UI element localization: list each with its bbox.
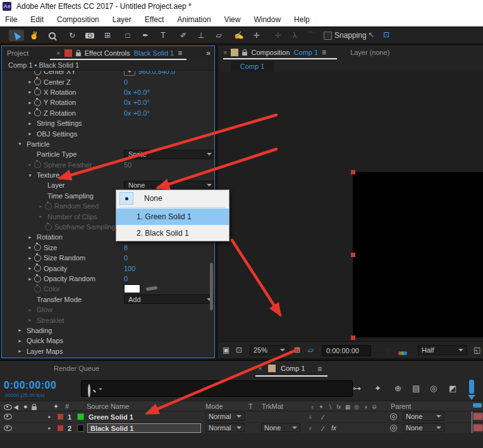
trkmat-column-label[interactable]: TrkMat [262, 403, 283, 410]
eyedropper-icon[interactable] [146, 286, 158, 291]
effect-panel-scrollbar[interactable] [210, 263, 213, 310]
property-value[interactable]: 0 [124, 275, 128, 282]
effect-row-color[interactable]: Color [2, 284, 214, 294]
timeline-timecode[interactable]: 0:00:00:00 [4, 380, 56, 391]
effect-row-particle[interactable]: ▼Particle [2, 139, 214, 149]
effects-switch-icon[interactable]: fx [331, 423, 336, 433]
popup-item-2-black-solid-1[interactable]: 2. Black Solid 1 [116, 225, 229, 241]
stopwatch-icon[interactable] [34, 161, 41, 168]
stopwatch-icon[interactable] [34, 255, 41, 262]
magnification-dropdown[interactable]: 25% [250, 345, 289, 355]
layer-duration-bar[interactable] [473, 424, 483, 432]
vertical-scrollbar[interactable] [469, 380, 474, 394]
effect-row-opacity-random[interactable]: ►Opacity Random0 [2, 274, 214, 284]
property-value[interactable]: 8 [124, 244, 128, 251]
tab-effect-controls[interactable]: Effect Controls [85, 49, 130, 57]
parent-dropdown[interactable]: None [403, 423, 444, 432]
camera-tool[interactable] [82, 30, 97, 41]
property-value[interactable]: 960.0,540.0 [138, 71, 175, 75]
stopwatch-icon[interactable] [34, 88, 41, 95]
twirl-icon[interactable]: ► [37, 214, 45, 219]
twirl-icon[interactable]: ► [26, 245, 34, 250]
stopwatch-icon[interactable] [34, 275, 41, 282]
label-column-icon[interactable]: ✦ [53, 403, 59, 411]
panel-menu-icon[interactable]: ≡ [178, 49, 182, 58]
lock-icon[interactable] [242, 52, 247, 56]
effect-row-opacity[interactable]: ►Opacity100 [2, 263, 214, 273]
close-tab-icon[interactable]: × [223, 49, 227, 56]
mode-dropdown[interactable]: Normal [205, 412, 245, 421]
twirl-icon[interactable]: ▼ [16, 142, 24, 146]
switch-icon[interactable]: ✦ [317, 404, 326, 410]
menu-help[interactable]: Help [294, 15, 310, 24]
quality-switch-icon[interactable]: ∕ [322, 423, 324, 433]
twirl-icon[interactable]: ► [26, 121, 34, 126]
menu-composition[interactable]: Composition [57, 15, 99, 24]
popup-item-none[interactable]: None [116, 190, 229, 207]
stopwatch-icon[interactable] [45, 224, 52, 231]
pen-tool[interactable]: ✒ [138, 30, 153, 41]
effect-row-glow[interactable]: ►Glow [2, 305, 214, 315]
quality-switch-icon[interactable]: ∕ [322, 412, 324, 421]
tab-comp-1[interactable]: Comp 1 [281, 365, 305, 372]
panel-menu-icon[interactable]: ≡ [317, 365, 322, 373]
twirl-icon[interactable]: ► [16, 328, 24, 332]
index-column-label[interactable]: # [65, 403, 69, 410]
black-solid-layer[interactable] [353, 172, 483, 337]
effect-row-center-xy[interactable]: Center XY960.0,540.0 [2, 71, 214, 76]
property-value[interactable]: 100 [124, 265, 135, 272]
menu-window[interactable]: Window [254, 15, 281, 24]
layer-label-chip[interactable] [57, 412, 64, 421]
panel-menu-icon[interactable]: ≡ [322, 48, 326, 57]
axis-mode-icon[interactable]: λ [287, 30, 302, 41]
layer-name-selected[interactable]: Black Solid 1 [87, 423, 201, 433]
layer-row-green-solid-1[interactable]: ►1Green Solid 1Normal♁∕None [0, 411, 483, 423]
panel-overflow-icon[interactable]: » [206, 49, 211, 58]
stopwatch-icon[interactable] [34, 71, 41, 75]
frame-blending-icon[interactable]: ▤ [412, 384, 420, 393]
show-channels-icon[interactable] [398, 348, 407, 357]
layer-twirl-icon[interactable]: ► [47, 412, 52, 421]
comp-viewer-tab[interactable]: Comp 1 [231, 61, 274, 71]
mode-dropdown[interactable]: Normal [205, 423, 245, 432]
transfer-mode-dropdown[interactable]: Add [124, 294, 214, 304]
tab-composition[interactable]: Composition [251, 49, 290, 56]
property-value[interactable]: 0x +0.0° [124, 99, 150, 106]
switch-icon[interactable]: ◑ [361, 404, 370, 410]
property-value[interactable]: 0x +0.0° [124, 88, 150, 96]
region-of-interest-icon[interactable]: ⊡ [383, 30, 389, 39]
twirl-icon[interactable]: ► [26, 80, 34, 84]
menu-edit[interactable]: Edit [30, 15, 44, 24]
tab-render-queue[interactable]: Render Queue [54, 365, 99, 372]
selection-handle[interactable] [351, 170, 355, 174]
timeline-search-input[interactable] [81, 380, 353, 397]
effect-row-streaklet[interactable]: ►Streaklet [2, 315, 214, 325]
axis-mode-icon[interactable]: ⌒ [303, 30, 319, 41]
layer-name[interactable]: Green Solid 1 [89, 412, 133, 421]
stopwatch-icon[interactable] [45, 203, 52, 210]
particle-type-dropdown[interactable]: Sprite [124, 150, 214, 159]
horizontal-scrollbar[interactable] [473, 403, 482, 408]
twirl-icon[interactable]: ► [26, 235, 34, 239]
switch-icon[interactable]: fx [334, 404, 343, 410]
axis-mode-icon[interactable]: ✛ [271, 30, 286, 41]
twirl-icon[interactable]: ► [26, 90, 34, 94]
pan-behind-tool[interactable]: ⊞ [100, 30, 115, 41]
draft-3d-icon[interactable]: ✦ [374, 384, 381, 393]
point-picker-icon[interactable] [124, 71, 135, 76]
effect-row-z-rotation[interactable]: ►Z Rotation0x +0.0° [2, 108, 214, 118]
switch-icon[interactable]: ∖ [326, 404, 334, 410]
hand-tool[interactable]: ✌ [27, 30, 42, 41]
stopwatch-icon[interactable] [34, 286, 41, 293]
region-of-interest-icon[interactable]: ▱ [308, 346, 314, 354]
playhead-icon[interactable] [468, 395, 475, 400]
collapse-switch-icon[interactable]: ♁ [308, 423, 313, 433]
property-value[interactable]: 0x +0.0° [124, 109, 150, 117]
twirl-icon[interactable]: ► [16, 349, 24, 353]
main-monitor-icon[interactable]: ⊡ [236, 346, 242, 354]
trkmat-dropdown[interactable]: None [261, 423, 300, 432]
property-value[interactable]: 0 [124, 254, 128, 262]
effect-row-texture[interactable]: ▼Texture [2, 170, 214, 180]
layer-visibility-eye-icon[interactable] [4, 412, 12, 421]
layer-twirl-icon[interactable]: ► [47, 423, 52, 433]
